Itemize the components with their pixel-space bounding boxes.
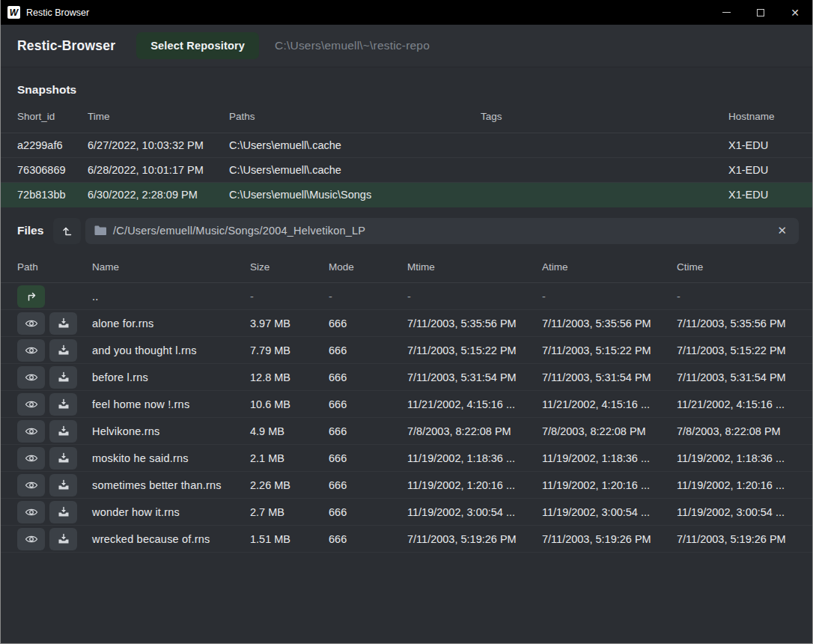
file-mode: 666	[329, 371, 407, 383]
close-icon: ✕	[791, 7, 800, 18]
files-bar: Files /C/Users/emuell/Music/Songs/2004_H…	[1, 217, 812, 244]
parent-directory-arrow-icon	[25, 291, 37, 303]
snapshot-hostname: X1-EDU	[728, 164, 796, 176]
eye-icon	[25, 372, 38, 383]
file-ctime: 11/19/2002, 1:18:36 ...	[677, 452, 796, 464]
download-file-button[interactable]	[49, 339, 77, 362]
snapshot-paths: C:\Users\emuell\.cache	[229, 164, 481, 176]
file-atime: 11/19/2002, 1:18:36 ...	[542, 452, 677, 464]
file-ctime: 7/8/2003, 8:22:08 PM	[677, 425, 796, 437]
download-file-button[interactable]	[49, 393, 77, 416]
download-file-button[interactable]	[49, 528, 77, 550]
maximize-icon	[757, 9, 764, 16]
file-atime: 11/19/2002, 1:20:16 ...	[542, 479, 677, 491]
download-file-button[interactable]	[49, 447, 77, 470]
download-icon	[58, 344, 70, 356]
download-file-button[interactable]	[49, 420, 77, 443]
clear-path-icon[interactable]: ✕	[774, 222, 790, 239]
minimize-icon	[722, 12, 731, 13]
file-row[interactable]: alone for.rns 3.97 MB 666 7/11/2003, 5:3…	[1, 310, 812, 337]
file-size: 4.9 MB	[250, 425, 329, 437]
file-row[interactable]: sometimes better than.rns 2.26 MB 666 11…	[1, 472, 812, 499]
eye-icon	[25, 318, 38, 329]
file-atime: 7/11/2003, 5:19:26 PM	[542, 533, 677, 545]
file-name: wrecked because of.rns	[92, 533, 250, 545]
eye-icon	[25, 534, 38, 544]
preview-file-button[interactable]	[17, 420, 45, 443]
snapshot-row[interactable]: 76306869 6/28/2022, 10:01:17 PM C:\Users…	[1, 158, 812, 183]
parent-directory-row[interactable]: .. - - - - -	[1, 283, 812, 310]
download-file-button[interactable]	[49, 312, 77, 335]
open-parent-directory-button[interactable]	[17, 285, 45, 308]
preview-file-button[interactable]	[17, 339, 45, 362]
preview-file-button[interactable]	[17, 474, 45, 496]
file-row[interactable]: feel home now !.rns 10.6 MB 666 11/21/20…	[1, 391, 812, 418]
file-mode: 666	[329, 318, 407, 329]
download-file-button[interactable]	[49, 366, 77, 389]
file-size: 1.51 MB	[250, 533, 329, 545]
files-col-ctime: Ctime	[677, 261, 796, 273]
snapshots-heading: Snapshots	[1, 67, 812, 100]
file-ctime: 7/11/2003, 5:35:56 PM	[677, 318, 796, 329]
snapshot-hostname: X1-EDU	[728, 189, 796, 201]
preview-file-button[interactable]	[17, 312, 45, 335]
file-row[interactable]: before l.rns 12.8 MB 666 7/11/2003, 5:31…	[1, 364, 812, 391]
snapshot-paths: C:\Users\emuell\Music\Songs	[229, 189, 481, 201]
preview-file-button[interactable]	[17, 366, 45, 389]
eye-icon	[25, 507, 38, 517]
files-col-size: Size	[250, 261, 329, 273]
snapshot-hostname: X1-EDU	[728, 139, 796, 151]
parent-directory-ctime: -	[677, 291, 796, 303]
file-mtime: 11/21/2002, 4:15:16 ...	[407, 398, 542, 410]
file-name: moskito he said.rns	[92, 452, 250, 464]
file-ctime: 7/11/2003, 5:19:26 PM	[677, 533, 796, 545]
file-ctime: 7/11/2003, 5:15:22 PM	[677, 344, 796, 356]
download-icon	[58, 398, 70, 410]
file-row[interactable]: wrecked because of.rns 1.51 MB 666 7/11/…	[1, 526, 812, 553]
file-row[interactable]: moskito he said.rns 2.1 MB 666 11/19/200…	[1, 445, 812, 472]
file-name: and you thought l.rns	[92, 344, 250, 356]
preview-file-button[interactable]	[17, 447, 45, 470]
file-name: wonder how it.rns	[92, 506, 250, 518]
file-mtime: 7/8/2003, 8:22:08 PM	[407, 425, 542, 437]
snapshots-table-body: a2299af6 6/27/2022, 10:03:32 PM C:\Users…	[1, 133, 812, 207]
file-row[interactable]: and you thought l.rns 7.79 MB 666 7/11/2…	[1, 337, 812, 364]
app-logo-icon: W	[7, 6, 20, 19]
snapshot-row[interactable]: a2299af6 6/27/2022, 10:03:32 PM C:\Users…	[1, 133, 812, 158]
file-atime: 11/21/2002, 4:15:16 ...	[542, 398, 677, 410]
file-row[interactable]: wonder how it.rns 2.7 MB 666 11/19/2002,…	[1, 499, 812, 526]
file-mtime: 11/19/2002, 1:20:16 ...	[407, 479, 542, 491]
file-mode: 666	[329, 533, 407, 545]
download-file-button[interactable]	[49, 474, 77, 496]
file-size: 7.79 MB	[250, 344, 329, 356]
file-ctime: 11/19/2002, 1:20:16 ...	[677, 479, 796, 491]
preview-file-button[interactable]	[17, 528, 45, 550]
file-mode: 666	[329, 425, 407, 437]
files-path-bar[interactable]: /C/Users/emuell/Music/Songs/2004_Helveti…	[85, 218, 799, 244]
toolbar: Restic-Browser Select Repository C:\User…	[1, 25, 812, 67]
file-size: 2.1 MB	[250, 452, 329, 464]
download-file-button[interactable]	[49, 501, 77, 523]
close-button[interactable]: ✕	[778, 0, 812, 25]
window-title: Restic Browser	[26, 7, 89, 18]
folder-icon	[94, 225, 107, 236]
go-up-level-button[interactable]	[53, 218, 81, 244]
file-atime: 7/8/2003, 8:22:08 PM	[542, 425, 677, 437]
preview-file-button[interactable]	[17, 501, 45, 523]
download-icon	[58, 452, 70, 464]
file-row[interactable]: Helvikone.rns 4.9 MB 666 7/8/2003, 8:22:…	[1, 418, 812, 445]
file-size: 10.6 MB	[250, 398, 329, 410]
file-name: feel home now !.rns	[92, 398, 250, 410]
file-atime: 11/19/2002, 3:00:54 ...	[542, 506, 677, 518]
files-path-value: /C/Users/emuell/Music/Songs/2004_Helveti…	[113, 225, 774, 237]
maximize-button[interactable]	[743, 0, 778, 25]
files-heading: Files	[17, 224, 53, 237]
preview-file-button[interactable]	[17, 393, 45, 416]
select-repository-button[interactable]: Select Repository	[136, 32, 259, 59]
files-col-atime: Atime	[542, 261, 677, 273]
minimize-button[interactable]	[709, 0, 743, 25]
app-window: W Restic Browser ✕ Restic-Browser Select…	[0, 0, 813, 644]
file-size: 2.26 MB	[250, 479, 329, 491]
eye-icon	[25, 426, 38, 437]
snapshot-row[interactable]: 72b813bb 6/30/2022, 2:28:09 PM C:\Users\…	[1, 183, 812, 207]
